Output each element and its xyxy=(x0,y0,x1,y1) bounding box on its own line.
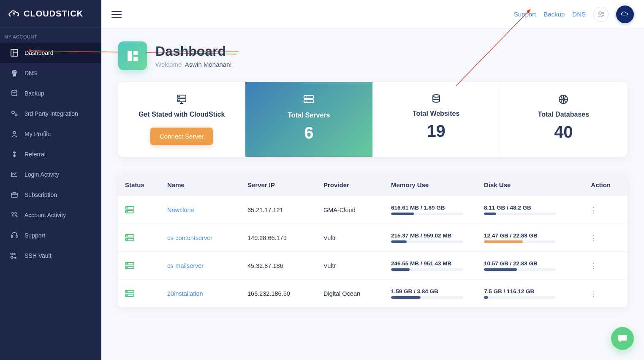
svg-point-41 xyxy=(127,211,128,212)
svg-point-6 xyxy=(12,90,17,93)
card-label: Total Databases xyxy=(508,111,619,118)
main: Support Backup DNS xyxy=(101,0,644,360)
sidebar-item-label: Dashboard xyxy=(24,49,54,56)
th-ip: Server IP xyxy=(247,181,323,188)
sidebar-item-support[interactable]: Support xyxy=(0,225,101,245)
th-memory: Memory Use xyxy=(391,181,484,188)
svg-rect-25 xyxy=(133,57,138,61)
table-row: 20installation 165.232.186.50 Digital Oc… xyxy=(118,280,627,308)
server-provider: Vultr xyxy=(323,262,391,269)
svg-text:SSH: SSH xyxy=(10,253,16,256)
svg-rect-23 xyxy=(128,51,132,61)
svg-point-12 xyxy=(12,213,14,214)
sidebar-item-account-activity[interactable]: Account Activity xyxy=(0,205,101,225)
row-actions-menu[interactable]: ⋮ xyxy=(577,205,611,215)
th-name: Name xyxy=(167,181,247,188)
status-icon xyxy=(125,290,167,297)
svg-point-28 xyxy=(179,96,179,97)
sidebar-item-backup[interactable]: Backup xyxy=(0,83,101,104)
connect-server-button[interactable]: Connect Server xyxy=(150,128,213,145)
memory-bar xyxy=(391,213,463,215)
card-total-websites[interactable]: Total Websites 19 xyxy=(373,82,500,157)
page-icon xyxy=(118,41,147,70)
svg-rect-14 xyxy=(11,235,13,237)
table-header: Status Name Server IP Provider Memory Us… xyxy=(118,174,627,196)
server-ip: 45.32.87.186 xyxy=(247,262,323,269)
card-label: Total Websites xyxy=(381,110,491,117)
svg-point-49 xyxy=(127,267,128,268)
memory-label: 1.59 GB / 3.84 GB xyxy=(391,288,484,295)
topnav-link-backup[interactable]: Backup xyxy=(543,11,565,18)
support-icon xyxy=(10,231,19,240)
sidebar-item-ssh-vault[interactable]: SSH SSH Vault xyxy=(0,245,101,266)
sidebar-item-profile[interactable]: My Profile xyxy=(0,124,101,144)
sidebar-item-login-activity[interactable]: Login Activity xyxy=(0,164,101,185)
th-status: Status xyxy=(125,181,167,188)
card-value: 6 xyxy=(254,123,364,142)
topnav-link-support[interactable]: Support xyxy=(514,11,536,18)
row-actions-menu[interactable]: ⋮ xyxy=(577,233,611,243)
svg-rect-33 xyxy=(304,100,313,103)
memory-label: 246.55 MB / 951.43 MB xyxy=(391,260,484,267)
svg-point-7 xyxy=(12,111,14,114)
status-icon xyxy=(125,262,167,270)
sidebar-item-label: Login Activity xyxy=(24,171,59,178)
login-activity-icon xyxy=(10,170,19,179)
memory-bar xyxy=(391,240,463,243)
sidebar-item-subscription[interactable]: Subscription xyxy=(0,185,101,205)
memory-cell: 246.55 MB / 951.43 MB xyxy=(391,260,484,271)
svg-rect-24 xyxy=(133,51,138,55)
sidebar-item-label: Subscription xyxy=(24,191,57,198)
card-label: Total Servers xyxy=(254,112,364,119)
server-icon xyxy=(176,94,187,105)
dashboard-icon xyxy=(10,49,19,57)
card-total-databases[interactable]: Total Databases 40 xyxy=(500,82,627,157)
server-provider: GMA-Cloud xyxy=(323,207,391,213)
server-name-link[interactable]: cs-mailserver xyxy=(167,262,204,269)
globe-icon xyxy=(558,94,569,105)
sidebar-item-integration[interactable]: 3rd Party Integration xyxy=(0,104,101,124)
sidebar-item-label: Support xyxy=(24,232,45,239)
brand-logo[interactable]: CLOUDSTICK xyxy=(0,0,101,27)
disk-label: 7.5 GB / 116.12 GB xyxy=(484,288,577,295)
server-name-link[interactable]: cs-contentserver xyxy=(167,235,212,241)
menu-toggle-button[interactable] xyxy=(111,11,122,18)
welcome-username: Aswin Mohanan! xyxy=(185,61,232,68)
row-actions-menu[interactable]: ⋮ xyxy=(577,261,611,270)
svg-point-9 xyxy=(13,131,16,134)
card-get-started: Get Stated with CloudStick Connect Serve… xyxy=(118,82,245,157)
row-actions-menu[interactable]: ⋮ xyxy=(577,289,611,298)
card-value: 40 xyxy=(508,123,619,142)
disk-cell: 8.11 GB / 48.2 GB xyxy=(484,205,577,215)
card-total-servers[interactable]: Total Servers 6 xyxy=(245,82,372,157)
content-area: Dashboard Welcome Aswin Mohanan! Get Sta… xyxy=(101,29,644,360)
welcome-prefix: Welcome xyxy=(155,61,182,68)
chat-fab-button[interactable] xyxy=(611,327,634,350)
svg-rect-32 xyxy=(304,95,313,98)
sidebar-item-referral[interactable]: Referral xyxy=(0,144,101,164)
sidebar-item-dns[interactable]: DNS DNS xyxy=(0,63,101,83)
disk-bar xyxy=(484,296,556,299)
svg-text:DNS: DNS xyxy=(13,75,16,76)
svg-point-45 xyxy=(127,239,128,240)
sidebar-item-dashboard[interactable]: Dashboard xyxy=(0,43,101,63)
server-name-link[interactable]: 20installation xyxy=(167,290,203,297)
topnav-link-dns[interactable]: DNS xyxy=(572,11,586,18)
status-icon xyxy=(125,234,167,242)
svg-point-18 xyxy=(599,12,601,14)
disk-label: 12.47 GB / 22.88 GB xyxy=(484,232,577,239)
status-icon xyxy=(125,206,167,214)
database-icon xyxy=(431,94,441,104)
memory-bar xyxy=(391,268,463,271)
memory-bar xyxy=(391,296,463,299)
users-icon[interactable] xyxy=(593,7,609,22)
svg-point-13 xyxy=(15,213,16,214)
ssh-vault-icon: SSH xyxy=(10,251,19,260)
user-avatar[interactable] xyxy=(616,5,634,23)
sidebar-item-label: SSH Vault xyxy=(24,252,52,259)
disk-bar xyxy=(484,268,556,271)
svg-point-8 xyxy=(15,114,17,116)
svg-point-36 xyxy=(433,95,440,97)
sidebar-item-label: 3rd Party Integration xyxy=(24,110,78,117)
server-name-link[interactable]: Newclone xyxy=(167,207,194,213)
